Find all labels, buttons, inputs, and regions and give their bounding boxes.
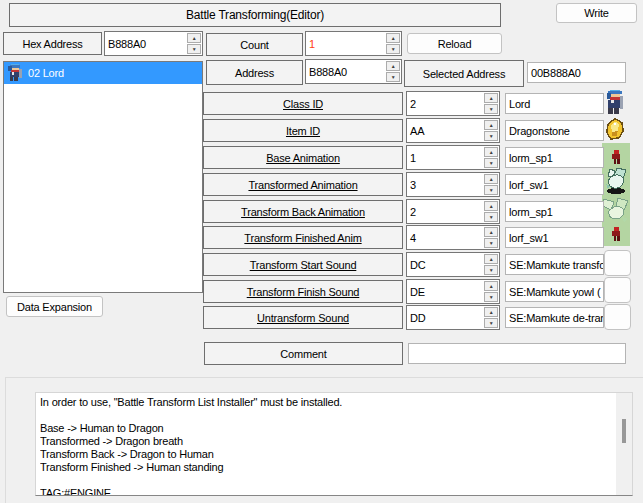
field-label: Transform Start Sound xyxy=(250,259,357,271)
class-name-field[interactable]: Lord xyxy=(505,93,604,114)
count-spinner[interactable]: 1 ▲ ▼ xyxy=(305,31,402,56)
base-animation-name-field[interactable]: lorm_sp1 xyxy=(505,147,604,168)
spin-up-icon[interactable]: ▲ xyxy=(484,254,498,264)
transform-finished-anim-name-field[interactable]: lorf_sw1 xyxy=(505,227,604,248)
play-untransform-sound-button[interactable] xyxy=(604,304,631,330)
field-button-transform-back-animation[interactable]: Transform Back Animation xyxy=(203,200,403,223)
play-finish-sound-button[interactable] xyxy=(604,277,631,303)
data-expansion-button[interactable]: Data Expansion xyxy=(6,296,103,317)
spin-up-icon[interactable]: ▲ xyxy=(484,227,498,237)
info-line: Base -> Human to Dragon xyxy=(40,422,612,435)
transform-back-animation-name-field[interactable]: lorm_sp1 xyxy=(505,201,604,222)
spin-down-icon[interactable]: ▼ xyxy=(484,131,498,141)
dragonstone-icon xyxy=(604,118,626,141)
address-value[interactable]: B888A0 xyxy=(306,60,385,83)
list-item-02-lord[interactable]: 02 Lord xyxy=(4,62,202,84)
human-sprite-icon xyxy=(610,150,622,165)
transform-finished-anim-spinner[interactable]: 4 ▲▼ xyxy=(406,225,500,250)
data-expansion-label: Data Expansion xyxy=(17,301,92,313)
transform-finished-anim-name: lorf_sw1 xyxy=(509,232,548,244)
class-id-spinner[interactable]: 2 ▲▼ xyxy=(406,91,500,116)
class-lord-sprite-icon xyxy=(605,89,626,116)
transformed-animation-name: lorf_sw1 xyxy=(509,179,548,191)
spin-down-icon[interactable]: ▼ xyxy=(484,212,498,222)
info-scrollbar-thumb[interactable] xyxy=(622,419,626,443)
transform-back-animation-value[interactable]: 2 xyxy=(407,200,483,223)
info-line xyxy=(40,474,612,487)
selected-address-field[interactable]: 00B888A0 xyxy=(527,62,626,83)
item-name-field[interactable]: Dragonstone xyxy=(505,120,604,141)
spin-down-icon[interactable]: ▼ xyxy=(484,318,498,328)
transform-start-sound-spinner[interactable]: DC ▲▼ xyxy=(406,252,500,277)
class-id-value[interactable]: 2 xyxy=(407,92,483,115)
spin-down-icon[interactable]: ▼ xyxy=(386,72,400,82)
count-button[interactable]: Count xyxy=(206,33,303,56)
item-name: Dragonstone xyxy=(509,125,570,137)
address-button[interactable]: Address xyxy=(206,60,303,85)
comment-label: Comment xyxy=(280,348,326,360)
comment-button[interactable]: Comment xyxy=(204,342,403,365)
untransform-sound-name-field[interactable]: SE:Mamkute de-tran xyxy=(505,307,604,328)
transformed-animation-value[interactable]: 3 xyxy=(407,173,483,196)
field-button-item-id[interactable]: Item ID xyxy=(203,119,403,142)
transformed-animation-name-field[interactable]: lorf_sw1 xyxy=(505,174,604,195)
entry-listbox[interactable]: 02 Lord xyxy=(3,61,203,293)
address-spinner[interactable]: B888A0 ▲ ▼ xyxy=(305,59,402,84)
transform-start-sound-value[interactable]: DC xyxy=(407,253,483,276)
hex-address-spinner[interactable]: B888A0 ▲ ▼ xyxy=(104,31,203,56)
spin-up-icon[interactable]: ▲ xyxy=(484,174,498,184)
spin-up-icon[interactable]: ▲ xyxy=(484,307,498,317)
transform-start-sound-name-field[interactable]: SE:Mamkute transfo xyxy=(505,254,604,275)
spin-up-icon[interactable]: ▲ xyxy=(484,93,498,103)
spin-down-icon[interactable]: ▼ xyxy=(484,158,498,168)
spin-up-icon[interactable]: ▲ xyxy=(386,61,400,71)
spin-down-icon[interactable]: ▼ xyxy=(484,265,498,275)
field-button-transformed-animation[interactable]: Transformed Animation xyxy=(203,173,403,196)
spin-up-icon[interactable]: ▲ xyxy=(187,33,201,43)
selected-address-button[interactable]: Selected Address xyxy=(404,60,524,87)
spin-down-icon[interactable]: ▼ xyxy=(386,44,400,54)
transform-finish-sound-value[interactable]: DE xyxy=(407,280,483,303)
spin-up-icon[interactable]: ▲ xyxy=(386,33,400,43)
spin-up-icon[interactable]: ▲ xyxy=(484,120,498,130)
hex-address-button[interactable]: Hex Address xyxy=(3,32,102,55)
reload-button[interactable]: Reload xyxy=(407,33,502,54)
item-id-value[interactable]: AA xyxy=(407,119,483,142)
write-button[interactable]: Write xyxy=(556,3,637,23)
transform-finish-sound-spinner[interactable]: DE ▲▼ xyxy=(406,279,500,304)
field-button-untransform-sound[interactable]: Untransform Sound xyxy=(203,306,403,329)
hex-address-label: Hex Address xyxy=(22,38,82,50)
spin-down-icon[interactable]: ▼ xyxy=(484,104,498,114)
info-text: In order to use, "Battle Transform List … xyxy=(40,396,612,496)
untransform-sound-value[interactable]: DD xyxy=(407,306,483,329)
field-button-class-id[interactable]: Class ID xyxy=(203,92,403,115)
play-start-sound-button[interactable] xyxy=(604,250,631,276)
info-textarea[interactable]: In order to use, "Battle Transform List … xyxy=(35,392,633,496)
spin-down-icon[interactable]: ▼ xyxy=(484,185,498,195)
base-animation-spinner[interactable]: 1 ▲▼ xyxy=(406,145,500,170)
untransform-sound-spinner[interactable]: DD ▲▼ xyxy=(406,305,500,330)
field-button-transform-finish-sound[interactable]: Transform Finish Sound xyxy=(203,280,403,303)
base-animation-value[interactable]: 1 xyxy=(407,146,483,169)
info-scrollbar[interactable] xyxy=(616,393,632,495)
hex-address-value[interactable]: B888A0 xyxy=(105,32,186,55)
editor-title-button[interactable]: Battle Transforming(Editor) xyxy=(9,3,501,27)
info-line: In order to use, "Battle Transform List … xyxy=(40,396,612,409)
spin-up-icon[interactable]: ▲ xyxy=(484,201,498,211)
transform-back-animation-spinner[interactable]: 2 ▲▼ xyxy=(406,199,500,224)
transformed-animation-spinner[interactable]: 3 ▲▼ xyxy=(406,172,500,197)
info-line xyxy=(40,409,612,422)
item-id-spinner[interactable]: AA ▲▼ xyxy=(406,118,500,143)
count-value[interactable]: 1 xyxy=(306,32,385,55)
comment-field[interactable] xyxy=(408,343,626,364)
spin-down-icon[interactable]: ▼ xyxy=(484,238,498,248)
field-button-transform-start-sound[interactable]: Transform Start Sound xyxy=(203,253,403,276)
transform-finished-anim-value[interactable]: 4 xyxy=(407,226,483,249)
field-button-base-animation[interactable]: Base Animation xyxy=(203,146,403,169)
spin-down-icon[interactable]: ▼ xyxy=(484,292,498,302)
spin-down-icon[interactable]: ▼ xyxy=(187,44,201,54)
field-button-transform-finished-anim[interactable]: Transform Finished Anim xyxy=(203,226,403,249)
transform-finish-sound-name-field[interactable]: SE:Mamkute yowl ( xyxy=(505,281,604,302)
spin-up-icon[interactable]: ▲ xyxy=(484,281,498,291)
spin-up-icon[interactable]: ▲ xyxy=(484,147,498,157)
